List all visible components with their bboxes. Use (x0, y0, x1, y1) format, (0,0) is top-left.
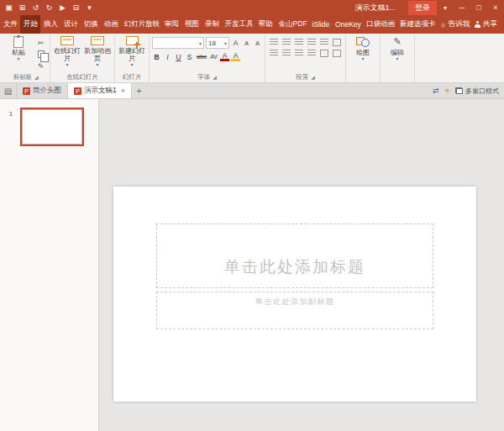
multi-window-label: 多窗口模式 (465, 87, 499, 96)
new-slide-button[interactable]: 新建幻灯片 ▾ (118, 35, 146, 69)
multi-window-icon (455, 87, 463, 94)
drawing-button[interactable]: 绘图 ▾ (349, 35, 377, 63)
pane-toggle-button[interactable]: ▤ (0, 83, 17, 98)
doc-tab-presentation1[interactable]: P 演示文稿1 × (68, 83, 132, 98)
numbering-icon[interactable] (282, 39, 291, 46)
tab-transitions[interactable]: 切换 (81, 15, 101, 34)
new-animation-page-button[interactable]: 新加动画页 ▾ (83, 35, 112, 69)
indent-increase-icon[interactable] (307, 39, 316, 46)
font-color-button[interactable]: A (220, 52, 229, 61)
smartart-convert-icon[interactable] (333, 50, 341, 57)
login-button[interactable]: 登录 (408, 1, 437, 15)
tab-slideshow[interactable]: 幻灯片放映 (121, 15, 161, 34)
indent-decrease-icon[interactable] (295, 39, 303, 46)
tab-new-custom[interactable]: 新建选项卡 (396, 15, 437, 34)
font-name-select[interactable]: ▾ (152, 37, 204, 49)
slide-thumbnail-item-1[interactable]: 1 (0, 109, 98, 145)
align-right-icon[interactable] (295, 50, 303, 57)
italic-button[interactable]: I (163, 51, 172, 62)
share-button[interactable]: 共享 (471, 15, 504, 34)
quick-access-more-icon[interactable]: ▾ (85, 0, 94, 15)
paste-button[interactable]: 粘贴 ▾ (4, 35, 33, 63)
tab-insert[interactable]: 插入 (40, 15, 60, 34)
doc-tab-presentation1-label: 演示文稿1 (84, 86, 117, 96)
window-title: 演示文稿1... (354, 3, 396, 13)
tab-view[interactable]: 视图 (181, 15, 202, 34)
dialog-launcher-icon[interactable]: ◢ (34, 74, 39, 80)
tab-review[interactable]: 审阅 (161, 15, 181, 34)
tab-developer[interactable]: 开发工具 (222, 15, 255, 34)
dialog-launcher-icon[interactable]: ◢ (311, 74, 315, 80)
slide-1-thumbnail[interactable] (22, 109, 82, 145)
clipboard-icon (13, 36, 24, 48)
chevron-down-icon[interactable]: ▾ (444, 4, 447, 12)
paragraph-group: 段落 ◢ (265, 34, 346, 82)
print-icon[interactable]: ⊟ (71, 0, 81, 15)
tab-file[interactable]: 文件 (0, 15, 20, 34)
text-shadow-button[interactable]: S (185, 51, 194, 62)
tab-home[interactable]: 开始 (20, 15, 40, 34)
online-slides-button[interactable]: 在线幻灯片 ▾ (53, 35, 81, 69)
dialog-launcher-icon[interactable]: ◢ (213, 74, 217, 80)
doc-tab-intro[interactable]: P 简介头图 (17, 83, 68, 98)
tab-animations[interactable]: 动画 (101, 15, 121, 34)
multi-window-mode-button[interactable]: 多窗口模式 (455, 87, 499, 96)
line-spacing-icon[interactable] (320, 39, 328, 46)
font-size-select[interactable]: 18 ▾ (206, 37, 229, 49)
tab-jinshan-pdf[interactable]: 金山PDF (276, 15, 309, 34)
clear-formatting-button[interactable]: A (253, 38, 262, 49)
align-left-icon[interactable] (270, 50, 278, 57)
tab-record[interactable]: 录制 (202, 15, 222, 34)
font-group-label: 字体 (197, 73, 210, 81)
window-controls: ─ □ × (454, 0, 504, 15)
scissors-icon: ✂ (38, 39, 45, 47)
paragraph-group-label: 段落 (296, 73, 308, 81)
cut-button[interactable]: ✂ (34, 37, 47, 48)
close-button[interactable]: × (487, 0, 504, 15)
tell-me-box[interactable]: ☼ 告诉我 (437, 15, 471, 34)
strikethrough-button[interactable]: abc (196, 51, 207, 62)
powerpoint-badge-icon: P (74, 87, 81, 95)
character-spacing-button[interactable]: AV (209, 51, 218, 62)
tab-onekey[interactable]: OneKey (332, 15, 363, 34)
grow-font-button[interactable]: A (231, 38, 240, 49)
bold-button[interactable]: B (152, 51, 161, 62)
underline-button[interactable]: U (174, 51, 183, 62)
tab-help[interactable]: 帮助 (255, 15, 276, 34)
justify-icon[interactable] (307, 50, 316, 57)
align-center-icon[interactable] (282, 50, 291, 57)
minimize-button[interactable]: ─ (454, 0, 470, 15)
gear-icon[interactable]: ✳ (444, 87, 450, 95)
close-tab-icon[interactable]: × (121, 87, 125, 95)
redo-icon[interactable]: ↻ (45, 0, 54, 15)
editing-button[interactable]: ✎ 编辑 ▾ (383, 35, 412, 63)
copy-button[interactable] (34, 49, 47, 60)
chevron-down-icon: ▾ (396, 56, 398, 62)
drawing-group: 绘图 ▾ (346, 34, 381, 82)
bullets-icon[interactable] (270, 39, 278, 46)
title-placeholder[interactable]: 单击此处添加标题 (156, 223, 433, 288)
text-direction-icon[interactable] (333, 39, 341, 46)
shrink-font-button[interactable]: A (242, 38, 251, 49)
tab-pocket-animation[interactable]: 口袋动画 (363, 15, 396, 34)
tab-islide[interactable]: iSlide (309, 15, 333, 34)
clipboard-group-label: 剪贴板 (13, 73, 32, 81)
main-area: 1 单击此处添加标题 单击此处添加副标题 (0, 99, 504, 431)
new-document-tab-button[interactable]: + (132, 83, 146, 98)
title-bar: ▣ ⊞ ↺ ↻ ▶ ⊟ ▾ 演示文稿1... 登录 ▾ ─ □ × (0, 0, 504, 15)
save-icon[interactable]: ▣ (4, 0, 13, 15)
switch-windows-icon[interactable]: ⇄ (433, 87, 439, 95)
brush-icon: ✎ (38, 62, 45, 71)
person-icon (475, 21, 480, 28)
maximize-button[interactable]: □ (470, 0, 487, 15)
columns-icon[interactable] (320, 50, 328, 57)
slide-editing-surface[interactable]: 单击此处添加标题 单击此处添加副标题 (113, 187, 476, 402)
undo-icon[interactable]: ↺ (31, 0, 40, 15)
editing-canvas: 单击此处添加标题 单击此处添加副标题 (99, 99, 504, 431)
tab-design[interactable]: 设计 (60, 15, 81, 34)
font-size-value: 18 (208, 39, 216, 47)
highlight-color-button[interactable]: A (231, 52, 240, 61)
slideshow-icon[interactable]: ▶ (58, 0, 67, 15)
grid-icon[interactable]: ⊞ (18, 0, 27, 15)
subtitle-placeholder[interactable]: 单击此处添加副标题 (156, 292, 433, 329)
